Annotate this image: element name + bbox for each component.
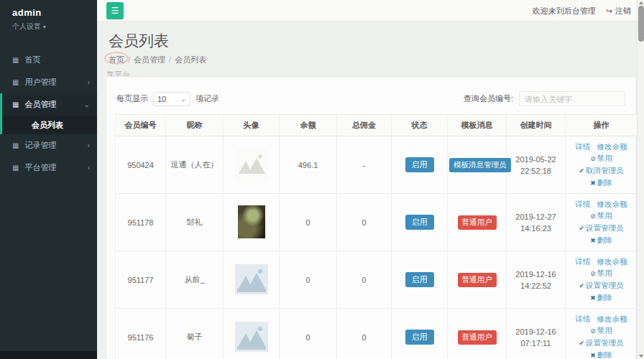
member-list-panel: 每页显示 10 ⌄ 项记录 查询会员编号: 会员编号昵称头像余额总佣金状态模板消… (106, 76, 635, 359)
page-size-select[interactable]: 10 ⌄ (153, 92, 190, 106)
status-enabled-button[interactable]: 启用 (405, 157, 434, 172)
sidebar-item-label: 用户管理 (24, 77, 56, 88)
created-date: 2019-12-16 (508, 326, 564, 337)
admin-role-link[interactable]: 设置管理员 (586, 223, 624, 232)
delete-link[interactable]: 删除 (597, 293, 612, 302)
logout-label: 注销 (615, 6, 631, 17)
operations-cell: 详情修改余额⊘禁用✔设置管理员✖删除 (566, 251, 638, 309)
admin-role-link[interactable]: 取消管理员 (586, 166, 624, 174)
column-header: 余额 (280, 115, 337, 136)
member-row: 951177从前_00启用普通用户2019-12-1614:22:52详情修改余… (116, 251, 638, 309)
delete-link[interactable]: 删除 (597, 178, 612, 187)
sidebar-item-label: 记录管理 (24, 140, 56, 151)
template-role-button[interactable]: 普通用户 (458, 273, 497, 287)
delete-x-icon: ✖ (590, 352, 596, 359)
balance-cell: 0 (280, 251, 337, 309)
details-link[interactable]: 详情 (576, 142, 591, 151)
chevron-left-icon: ‹ (88, 78, 90, 86)
status-enabled-button[interactable]: 启用 (405, 330, 434, 345)
vertical-scrollbar[interactable] (637, 0, 644, 359)
logout-icon: ↪ (606, 6, 612, 16)
breadcrumb-separator: / (169, 55, 171, 64)
breadcrumb-item[interactable]: 首页 (109, 55, 124, 64)
logout-button[interactable]: ↪ 注销 (606, 6, 631, 17)
details-link[interactable]: 详情 (576, 200, 591, 208)
personal-settings-link[interactable]: 个人设置 ▾ (12, 22, 97, 32)
member-id-cell: 950424 (116, 136, 166, 194)
modify-balance-link[interactable]: 修改余额 (597, 200, 627, 208)
delete-link[interactable]: 删除 (597, 350, 612, 359)
status-enabled-button[interactable]: 启用 (405, 215, 434, 230)
status-cell: 启用 (392, 194, 448, 251)
page-size-value: 10 (157, 95, 166, 103)
table-toolbar: 每页显示 10 ⌄ 项记录 查询会员编号: (106, 77, 635, 106)
modify-balance-link[interactable]: 修改余额 (597, 314, 627, 323)
table-grid-icon: ▦ (12, 141, 19, 149)
column-header: 昵称 (166, 115, 224, 136)
column-header: 状态 (392, 115, 448, 136)
delete-link[interactable]: 删除 (597, 236, 612, 244)
page-size-prefix-label: 每页显示 (116, 93, 148, 104)
avatar-caption-text (237, 346, 266, 350)
template-cell: 普通用户 (448, 251, 507, 309)
commission-cell: 0 (337, 194, 392, 251)
column-header: 总佣金 (337, 115, 392, 136)
details-link[interactable]: 详情 (576, 314, 591, 323)
member-search-input[interactable] (519, 91, 625, 106)
sidebar-item-records[interactable]: ▦记录管理‹ (0, 134, 97, 157)
sidebar-item-platform[interactable]: ▦平台管理‹ (0, 157, 97, 179)
status-cell: 启用 (392, 251, 448, 309)
sidebar-menu: ▦首页▦用户管理‹▦会员管理⌄会员列表▦记录管理‹▦平台管理‹ (0, 49, 97, 179)
disable-link[interactable]: 禁用 (597, 326, 612, 335)
commission-cell: 0 (337, 309, 392, 359)
hamburger-icon: ☰ (111, 6, 119, 16)
sidebar-item-members[interactable]: ▦会员管理⌄ (2, 93, 97, 116)
personal-settings-label: 个人设置 (12, 22, 41, 30)
details-link[interactable]: 详情 (576, 257, 591, 266)
created-date: 2019-12-27 (508, 211, 564, 223)
created-time: 07:17:11 (508, 337, 564, 349)
sidebar-toggle-button[interactable]: ☰ (106, 2, 124, 19)
scroll-down-arrow-icon[interactable] (639, 355, 643, 358)
operations-cell: 详情修改余额⊘禁用✔设置管理员✖删除 (566, 309, 638, 359)
nickname-cell: 逗通（人在） (166, 136, 224, 194)
modify-balance-link[interactable]: 修改余额 (597, 257, 627, 266)
created-at-cell: 2019-05-2222:52:18 (507, 136, 566, 194)
delete-x-icon: ✖ (590, 180, 596, 187)
modify-balance-link[interactable]: 修改余额 (597, 142, 627, 151)
ban-circle-icon: ⊘ (590, 327, 596, 335)
sidebar-item-label: 平台管理 (24, 162, 56, 173)
disable-link[interactable]: 禁用 (597, 154, 612, 162)
column-header: 模板消息 (448, 115, 507, 136)
template-role-button[interactable]: 普通用户 (458, 330, 497, 345)
sidebar-item-home[interactable]: ▦首页 (0, 49, 97, 71)
created-date: 2019-05-22 (508, 154, 564, 165)
template-cell: 普通用户 (448, 194, 507, 251)
disable-link[interactable]: 禁用 (597, 269, 612, 277)
ban-circle-icon: ⊘ (590, 155, 596, 162)
admin-username: admin (12, 7, 97, 18)
sidebar-brand: admin 个人设置 ▾ (0, 0, 97, 39)
chevron-down-icon: ⌄ (84, 101, 90, 108)
disable-link[interactable]: 禁用 (597, 211, 612, 220)
template-role-button[interactable]: 普通用户 (458, 215, 497, 230)
check-circle-icon: ✔ (579, 167, 584, 174)
sidebar-item-users[interactable]: ▦用户管理‹ (0, 71, 97, 93)
admin-role-link[interactable]: 设置管理员 (586, 338, 624, 347)
breadcrumb-item[interactable]: 会员列表 (175, 55, 206, 64)
scrollbar-thumb[interactable] (638, 6, 644, 42)
scroll-up-arrow-icon[interactable] (639, 1, 643, 4)
page-size-suffix-label: 项记录 (196, 93, 219, 104)
admin-role-link[interactable]: 设置管理员 (586, 281, 624, 289)
check-circle-icon: ✔ (579, 282, 584, 289)
breadcrumb-item[interactable]: 会员管理 (134, 55, 165, 64)
template-role-button[interactable]: 模板消息管理员 (449, 158, 511, 172)
created-time: 14:22:52 (508, 280, 564, 292)
avatar-cell (224, 251, 280, 309)
sidebar-subitem-member-list[interactable]: 会员列表 (2, 116, 97, 134)
welcome-text: 欢迎来到后台管理 (533, 6, 596, 17)
commission-cell: 0 (337, 251, 392, 309)
nickname-cell: 菊子 (166, 309, 224, 359)
status-enabled-button[interactable]: 启用 (405, 272, 434, 287)
balance-cell: 496.1 (280, 136, 337, 194)
